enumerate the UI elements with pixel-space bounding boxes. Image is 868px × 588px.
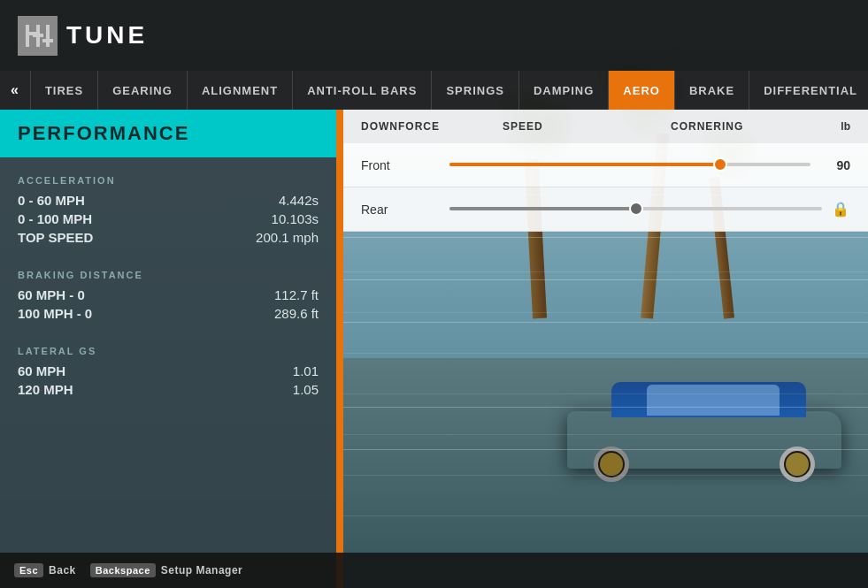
perf-content: ACCELERATION 0 - 60 mph 4.442s 0 - 100 m… [0,157,336,439]
back-label: Back [49,564,76,577]
orange-separator [336,110,343,588]
main-content: PERFORMANCE ACCELERATION 0 - 60 mph 4.44… [0,110,868,588]
svg-rect-7 [46,42,50,47]
slider-rear-track[interactable] [449,207,822,212]
esc-badge: Esc [14,563,43,577]
slider-row-front: Front 90 [343,143,868,187]
svg-rect-4 [36,37,40,47]
perf-row-top-speed: TOP SPEED 200.1 mph [18,230,319,245]
tune-logo-text: TUNE [66,21,148,50]
svg-rect-0 [26,25,29,47]
empty-row-7 [343,476,868,516]
empty-row-2 [343,272,868,313]
lock-icon[interactable]: 🔒 [831,200,850,219]
value-100-0: 289.6 ft [274,306,319,321]
svg-rect-6 [42,39,53,42]
tab-springs[interactable]: SPRINGS [432,71,519,110]
lateral-section: LATERAL Gs 60 mph 1.01 120 mph 1.05 [18,346,319,397]
performance-title: PERFORMANCE [18,122,189,145]
empty-row-1 [343,232,868,272]
header: TUNE [0,0,868,71]
value-120mph: 1.05 [293,382,319,397]
slider-rear-thumb[interactable] [629,202,643,216]
acceleration-section: ACCELERATION 0 - 60 mph 4.442s 0 - 100 m… [18,175,319,245]
tune-logo-icon [18,16,58,56]
svg-rect-3 [33,34,43,37]
tab-gearing[interactable]: GEARING [98,71,188,110]
empty-row-4 [343,354,868,394]
empty-row-5 [343,394,868,435]
tab-tires[interactable]: TIRES [31,71,98,110]
slider-header: DOWNFORCE SPEED CORNERING lb [343,110,868,143]
braking-section: BRAKING DISTANCE 60 mph - 0 112.7 ft 100… [18,270,319,321]
slider-front-label: Front [361,158,441,172]
empty-row-6 [343,435,868,476]
tab-damping[interactable]: DAMPING [519,71,609,110]
tab-aero[interactable]: AERO [609,71,675,110]
label-top-speed: TOP SPEED [18,230,93,245]
back-key[interactable]: Esc Back [14,563,76,577]
backspace-badge: Backspace [90,563,156,577]
value-0-100: 10.103s [272,211,319,226]
setup-manager-label: Setup Manager [161,564,243,577]
acceleration-title: ACCELERATION [18,175,319,186]
slider-row-rear: Rear 🔒 [343,187,868,232]
label-60mph: 60 mph [18,363,65,378]
slider-front-track-bg [449,163,810,166]
svg-rect-5 [46,25,50,39]
label-0-60: 0 - 60 mph [18,193,85,208]
col-unit: lb [824,120,850,133]
nav-tabs: « TIRES GEARING ALIGNMENT ANTI-ROLL BARS… [0,71,868,110]
col-speed: SPEED [503,120,671,133]
slider-front-fill [449,163,720,166]
col-cornering: CORNERING [671,120,824,133]
lateral-title: LATERAL Gs [18,346,319,356]
right-panel: DOWNFORCE SPEED CORNERING lb Front 90 Re… [343,110,868,588]
label-120mph: 120 mph [18,382,73,397]
tab-anti-roll-bars[interactable]: ANTI-ROLL BARS [293,71,432,110]
tab-brake[interactable]: BRAKE [675,71,749,110]
slider-front-thumb[interactable] [713,157,727,172]
tab-alignment[interactable]: ALIGNMENT [188,71,293,110]
perf-row-0-100: 0 - 100 mph 10.103s [18,211,319,226]
label-60-0: 60 mph - 0 [18,287,85,302]
perf-row-100-0: 100 mph - 0 289.6 ft [18,306,319,321]
setup-manager-key[interactable]: Backspace Setup Manager [90,563,243,577]
slider-rear-track-bg [449,207,822,210]
svg-rect-2 [36,25,40,34]
slider-rear-label: Rear [361,202,441,217]
perf-row-120mph: 120 mph 1.05 [18,382,319,397]
tab-differential[interactable]: DIFFERENTIAL [749,71,868,110]
label-0-100: 0 - 100 mph [18,211,92,226]
perf-row-60-0: 60 mph - 0 112.7 ft [18,287,319,302]
bottom-bar: Esc Back Backspace Setup Manager [0,553,868,588]
empty-row-3 [343,313,868,354]
value-60-0: 112.7 ft [274,287,319,302]
perf-row-60mph: 60 mph 1.01 [18,363,319,378]
tune-logo: TUNE [0,16,165,56]
value-60mph: 1.01 [293,363,319,378]
slider-front-value: 90 [819,158,850,172]
value-top-speed: 200.1 mph [256,230,319,245]
value-0-60: 4.442s [279,193,319,208]
perf-row-0-60: 0 - 60 mph 4.442s [18,193,319,208]
braking-title: BRAKING DISTANCE [18,270,319,280]
left-panel: PERFORMANCE ACCELERATION 0 - 60 mph 4.44… [0,110,336,588]
performance-header: PERFORMANCE [0,110,336,157]
label-100-0: 100 mph - 0 [18,306,92,321]
slider-rear-fill [449,207,636,210]
nav-back-button[interactable]: « [0,71,31,110]
col-downforce: DOWNFORCE [361,120,503,133]
slider-front-track[interactable] [449,163,810,168]
